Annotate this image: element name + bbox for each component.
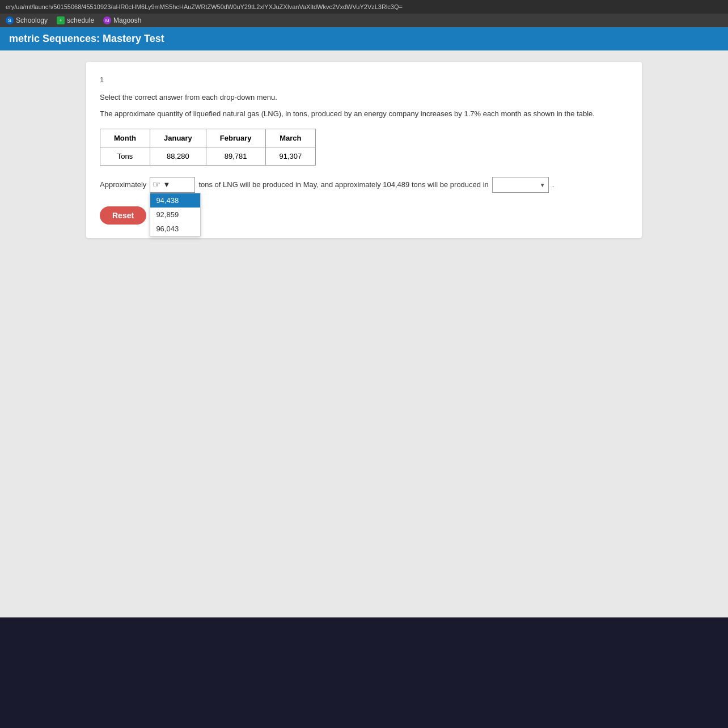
table-header-february: February [206,129,265,147]
answer-suffix: . [552,180,555,189]
answer-row: Approximately ☞ ▼ 94,438 92,859 96,043 t… [100,177,628,193]
browser-address-bar: ery/ua/mt/launch/50155068/45510923/aHR0c… [0,0,728,14]
dropdown1-trigger[interactable]: ☞ ▼ [150,177,195,193]
magoosh-label: Magoosh [113,16,141,24]
dropdown1-option-2[interactable]: 96,043 [150,222,200,236]
problem-text: The approximate quantity of liquefied na… [100,108,628,120]
dropdown1-option-1[interactable]: 92,859 [150,208,200,222]
main-content: 1 Select the correct answer from each dr… [0,50,728,617]
question-number: 1 [100,75,628,84]
url-text: ery/ua/mt/launch/50155068/45510923/aHR0c… [6,3,403,10]
cursor-icon: ☞ [153,179,160,190]
dropdown2-container[interactable]: October November December ▼ [492,177,549,193]
table-header-january: January [150,129,206,147]
bookmark-schoology[interactable]: S Schoology [6,16,48,24]
table-cell-january: 88,280 [150,147,206,165]
data-table: Month January February March Tons 88,280… [100,129,316,166]
instruction-text: Select the correct answer from each drop… [100,93,628,101]
dropdown1-container[interactable]: ☞ ▼ 94,438 92,859 96,043 [150,177,195,193]
question-card: 1 Select the correct answer from each dr… [86,62,642,238]
dropdown2-select[interactable]: October November December [492,177,549,193]
table-header-month: Month [100,129,150,147]
dropdown-arrow-icon: ▼ [163,180,170,189]
answer-middle: tons of LNG will be produced in May, and… [198,180,488,189]
schoology-icon: S [6,16,14,24]
schoology-label: Schoology [16,16,48,24]
bookmark-magoosh[interactable]: M Magoosh [103,16,141,24]
answer-prefix: Approximately [100,180,146,189]
dropdown1-options: 94,438 92,859 96,043 [150,193,201,236]
table-row: Tons 88,280 89,781 91,307 [100,147,316,165]
table-cell-march: 91,307 [265,147,316,165]
dropdown1-option-0[interactable]: 94,438 [150,193,200,208]
bookmark-schedule[interactable]: + schedule [57,16,94,24]
header-bar: metric Sequences: Mastery Test [0,27,728,50]
table-header-march: March [265,129,316,147]
table-cell-february: 89,781 [206,147,265,165]
reset-button[interactable]: Reset [100,206,146,225]
page-title: metric Sequences: Mastery Test [9,33,719,45]
bookmarks-bar: S Schoology + schedule M Magoosh [0,14,728,27]
magoosh-icon: M [103,16,111,24]
schedule-icon: + [57,16,65,24]
table-cell-tons-label: Tons [100,147,150,165]
schedule-label: schedule [67,16,94,24]
